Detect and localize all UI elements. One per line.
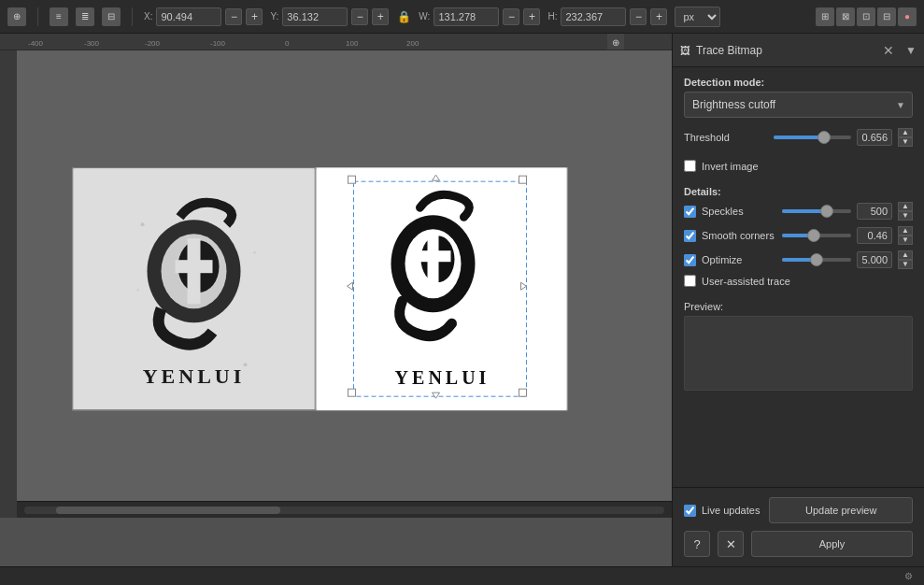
y-minus-btn[interactable]: − bbox=[351, 8, 368, 25]
speckles-label: Speckles bbox=[702, 206, 776, 217]
ruler-vertical bbox=[0, 50, 17, 518]
speckles-up-btn[interactable]: ▲ bbox=[898, 202, 913, 211]
vector-svg: YENLUI bbox=[316, 167, 566, 410]
snap-icon-4[interactable]: ⊟ bbox=[877, 7, 896, 26]
status-settings-icon[interactable]: ⚙ bbox=[900, 568, 917, 585]
snap-icon-3[interactable]: ⊡ bbox=[857, 7, 875, 26]
scrollbar-thumb[interactable] bbox=[56, 507, 280, 514]
smooth-corners-label: Smooth corners bbox=[702, 230, 776, 241]
svg-text:100: 100 bbox=[346, 39, 359, 48]
speckles-value[interactable] bbox=[857, 203, 892, 220]
expand-icon[interactable]: ▼ bbox=[905, 44, 917, 57]
detection-mode-select[interactable]: Brightness cutoff Edge detection Color q… bbox=[684, 92, 913, 118]
scrollbar-horizontal[interactable] bbox=[17, 501, 672, 518]
cancel-icon-btn[interactable]: ✕ bbox=[718, 531, 744, 557]
speckles-row: Speckles ▲ ▼ bbox=[684, 199, 913, 223]
optimize-slider[interactable] bbox=[782, 258, 851, 262]
optimize-value[interactable] bbox=[857, 251, 892, 268]
artwork-container: YENLUI bbox=[72, 167, 567, 410]
tool-anim-icon[interactable]: ● bbox=[898, 7, 917, 26]
x-plus-btn[interactable]: + bbox=[246, 8, 263, 25]
smooth-corners-value[interactable] bbox=[857, 227, 892, 244]
optimize-down-btn[interactable]: ▼ bbox=[898, 260, 913, 269]
threshold-value[interactable] bbox=[857, 129, 892, 146]
w-plus-btn[interactable]: + bbox=[523, 8, 540, 25]
status-bar: ⚙ bbox=[0, 566, 924, 585]
svg-rect-28 bbox=[519, 389, 526, 396]
svg-rect-25 bbox=[348, 176, 355, 183]
threshold-down-btn[interactable]: ▼ bbox=[898, 137, 913, 147]
smooth-corners-slider[interactable] bbox=[782, 234, 851, 237]
ruler-horizontal: -400 -300 -200 -100 0 100 200 ⊕ bbox=[0, 34, 672, 50]
snap-icons: ⊞ ⊠ ⊡ ⊟ ● bbox=[816, 7, 917, 26]
tool-icon-2[interactable]: ≡ bbox=[50, 7, 68, 26]
svg-point-20 bbox=[136, 289, 139, 292]
x-coord-group: X: − + bbox=[144, 7, 263, 26]
tool-icon-4[interactable]: ⊟ bbox=[102, 7, 121, 26]
x-minus-btn[interactable]: − bbox=[225, 8, 242, 25]
h-minus-btn[interactable]: − bbox=[630, 8, 647, 25]
svg-text:-100: -100 bbox=[210, 39, 226, 48]
optimize-checkbox[interactable] bbox=[684, 254, 696, 266]
user-trace-checkbox[interactable] bbox=[684, 275, 696, 287]
live-updates-label: Live updates bbox=[702, 505, 760, 516]
lock-icon[interactable]: 🔒 bbox=[396, 9, 411, 24]
threshold-up-btn[interactable]: ▲ bbox=[898, 128, 913, 137]
invert-image-checkbox[interactable] bbox=[684, 160, 696, 172]
svg-rect-37 bbox=[417, 250, 450, 262]
canvas-content-area: YENLUI bbox=[0, 50, 672, 518]
close-icon[interactable]: ✕ bbox=[883, 43, 894, 58]
svg-rect-36 bbox=[427, 230, 438, 293]
svg-point-18 bbox=[140, 222, 144, 226]
speckles-slider[interactable] bbox=[782, 209, 851, 213]
svg-point-21 bbox=[253, 251, 256, 254]
y-input[interactable] bbox=[282, 7, 348, 26]
divider-2 bbox=[132, 7, 133, 26]
w-minus-btn[interactable]: − bbox=[503, 8, 519, 25]
x-input[interactable] bbox=[156, 7, 221, 26]
tool-icon-3[interactable]: ≣ bbox=[76, 7, 94, 26]
threshold-slider[interactable] bbox=[774, 136, 851, 139]
speckles-thumb bbox=[820, 205, 833, 218]
w-label: W: bbox=[419, 11, 430, 21]
smooth-corners-up-btn[interactable]: ▲ bbox=[898, 226, 913, 235]
speckles-down-btn[interactable]: ▼ bbox=[898, 211, 913, 221]
optimize-label: Optimize bbox=[702, 254, 776, 265]
apply-button[interactable]: Apply bbox=[751, 531, 913, 557]
smooth-corners-thumb bbox=[807, 229, 820, 242]
user-trace-label: User-assisted trace bbox=[702, 276, 790, 287]
y-plus-btn[interactable]: + bbox=[372, 8, 389, 25]
w-input[interactable] bbox=[434, 7, 499, 26]
details-label: Details: bbox=[684, 186, 913, 197]
help-icon-btn[interactable]: ? bbox=[684, 531, 710, 557]
canvas[interactable]: YENLUI bbox=[17, 50, 672, 518]
svg-text:-300: -300 bbox=[84, 39, 100, 48]
user-trace-row: User-assisted trace bbox=[684, 272, 913, 290]
smooth-corners-checkbox[interactable] bbox=[684, 230, 696, 242]
preview-area bbox=[684, 316, 913, 391]
svg-rect-10 bbox=[0, 50, 17, 518]
svg-text:200: 200 bbox=[406, 39, 419, 48]
snap-icon-1[interactable]: ⊞ bbox=[816, 7, 834, 26]
tool-icon-1[interactable]: ⊕ bbox=[7, 7, 26, 26]
panel-header: 🖼 Trace Bitmap ✕ ▼ bbox=[673, 34, 924, 67]
speckles-checkbox[interactable] bbox=[684, 206, 696, 218]
panel-bottom: Live updates Update preview ? ✕ Apply bbox=[673, 487, 924, 566]
snap-icon-2[interactable]: ⊠ bbox=[836, 7, 855, 26]
h-plus-btn[interactable]: + bbox=[650, 8, 667, 25]
divider-1 bbox=[37, 7, 38, 26]
h-input[interactable] bbox=[561, 7, 626, 26]
bitmap-svg: YENLUI bbox=[72, 168, 315, 409]
live-updates-checkbox[interactable] bbox=[684, 505, 696, 517]
invert-image-row: Invert image bbox=[684, 157, 913, 175]
update-preview-button[interactable]: Update preview bbox=[769, 497, 913, 523]
smooth-corners-down-btn[interactable]: ▼ bbox=[898, 235, 913, 245]
unit-select[interactable]: px mm in bbox=[675, 7, 720, 27]
main-toolbar: ⊕ ≡ ≣ ⊟ X: − + Y: − + 🔒 W: − + H: − + px… bbox=[0, 0, 924, 34]
panels-row: YENLUI bbox=[72, 167, 567, 410]
side-panel: 🖼 Trace Bitmap ✕ ▼ Detection mode: Brigh… bbox=[672, 34, 924, 566]
detection-mode-section: Detection mode: Brightness cutoff Edge d… bbox=[684, 77, 913, 118]
preview-section: Preview: bbox=[684, 301, 913, 391]
optimize-up-btn[interactable]: ▲ bbox=[898, 250, 913, 260]
details-section: Details: Speckles ▲ ▼ bbox=[684, 182, 913, 290]
